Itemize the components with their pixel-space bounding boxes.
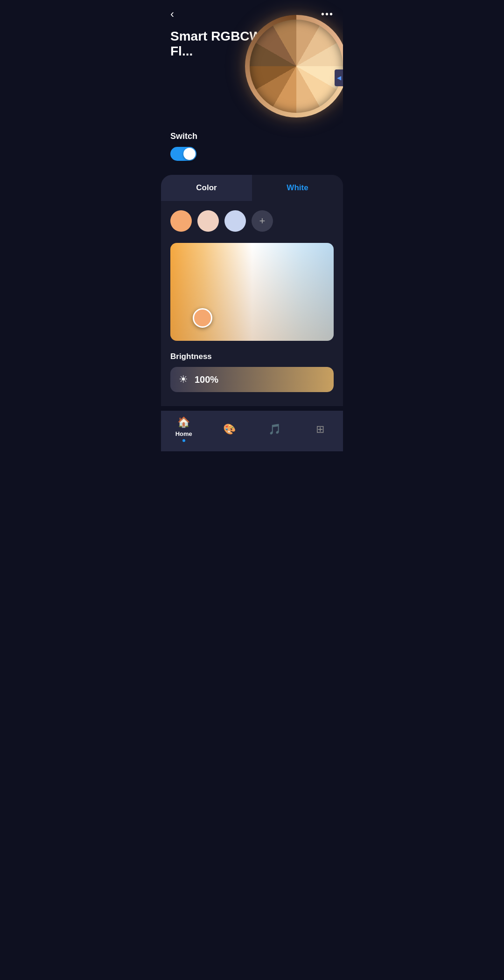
dial-outer[interactable]: 💡 0%	[245, 15, 343, 117]
preset-light[interactable]	[197, 210, 219, 232]
gradient-overlay	[170, 243, 334, 341]
presets-section: +	[161, 201, 343, 236]
tabs: Color White	[161, 175, 343, 201]
grid-icon: ⊞	[316, 423, 324, 435]
brightness-slider[interactable]: ☀ 100%	[170, 367, 334, 392]
tab-white[interactable]: White	[252, 175, 343, 201]
sun-icon: ☀	[179, 373, 188, 386]
tab-color[interactable]: Color	[161, 175, 252, 201]
header-section: Smart RGBCW Fl... 💡 0%	[161, 24, 343, 131]
side-arrow-button[interactable]	[335, 69, 343, 86]
dial-ring	[250, 20, 343, 113]
color-picker-thumb[interactable]	[193, 308, 212, 328]
dial-container[interactable]: 💡 0%	[245, 15, 343, 127]
color-gradient-picker[interactable]	[170, 243, 334, 341]
nav-dot-home	[182, 439, 185, 442]
brightness-value: 100%	[195, 374, 218, 385]
brightness-section: Brightness ☀ 100%	[161, 347, 343, 397]
nav-item-home[interactable]: 🏠 Home	[168, 416, 200, 442]
preset-cool[interactable]	[224, 210, 246, 232]
nav-label-home: Home	[175, 430, 192, 437]
palette-icon: 🎨	[223, 423, 236, 435]
preset-circles: +	[170, 210, 334, 232]
switch-label: Switch	[170, 131, 334, 141]
bottom-nav: 🏠 Home 🎨 🎵 ⊞	[161, 411, 343, 451]
home-icon: 🏠	[177, 416, 190, 428]
preset-add-button[interactable]: +	[252, 210, 273, 232]
power-toggle[interactable]	[170, 147, 196, 161]
bottom-panel: Color White + Brightness ☀ 100%	[161, 175, 343, 406]
preset-warm[interactable]	[170, 210, 192, 232]
back-button[interactable]: ‹	[170, 7, 174, 21]
nav-item-grid[interactable]: ⊞	[304, 423, 336, 435]
nav-item-palette[interactable]: 🎨	[213, 423, 245, 435]
toggle-knob	[183, 148, 196, 160]
nav-item-music[interactable]: 🎵	[259, 423, 291, 435]
toggle-container	[170, 147, 334, 161]
switch-section: Switch	[161, 131, 343, 170]
brightness-content: ☀ 100%	[179, 373, 218, 386]
brightness-label: Brightness	[170, 352, 334, 361]
music-icon: 🎵	[268, 423, 281, 435]
